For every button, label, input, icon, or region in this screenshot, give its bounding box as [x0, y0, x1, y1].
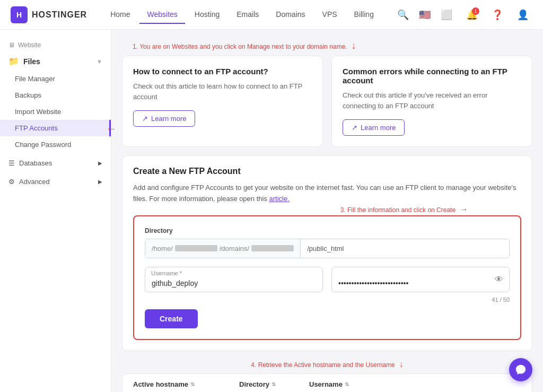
info-cards-row: How to connect to an FTP account? Check …: [122, 56, 532, 147]
password-input[interactable]: [331, 267, 510, 292]
ftp-connect-card: How to connect to an FTP account? Check …: [122, 56, 323, 147]
sidebar-advanced-section: ⚙ Advanced ▶: [0, 173, 111, 190]
article-link[interactable]: article.: [269, 195, 290, 203]
chat-icon: [515, 364, 527, 376]
databases-icon: ☰: [8, 159, 15, 167]
chevron-right-icon-adv: ▶: [98, 179, 102, 185]
logo-icon: H: [11, 6, 28, 23]
step1-annotation: 1. You are on Websites and you click on …: [133, 40, 532, 51]
sidebar-advanced-header[interactable]: ⚙ Advanced ▶: [0, 173, 111, 190]
logo: H HOSTINGER: [11, 6, 87, 23]
form-annotation-wrapper: 3. Fill the information and click on Cre…: [133, 215, 521, 340]
password-group: Password * 👁: [331, 267, 510, 292]
top-navigation: H HOSTINGER Home Websites Hosting Emails…: [0, 0, 543, 30]
sidebar-files-label: Files: [23, 57, 40, 66]
ftp-accounts-table: Active hostname ⇅ Directory ⇅ Username ⇅: [122, 373, 532, 392]
sidebar-backups[interactable]: Backups: [0, 87, 111, 103]
page-layout: 🖥 Website 📁 Files ▼ File Manager Backups…: [0, 30, 543, 392]
sort-directory-icon[interactable]: ⇅: [272, 381, 276, 387]
search-button[interactable]: 🔍: [393, 5, 413, 24]
dir-redacted-2: [251, 245, 294, 251]
table-header: Active hostname ⇅ Directory ⇅ Username ⇅: [122, 374, 532, 392]
th-actions: [415, 380, 521, 388]
sidebar-change-password[interactable]: Change Password: [0, 136, 111, 153]
th-username: Username ⇅: [309, 380, 415, 388]
create-ftp-title: Create a New FTP Account: [133, 167, 521, 176]
website-icon: 🖥: [8, 41, 15, 49]
directory-label: Directory: [145, 227, 510, 234]
chevron-down-icon: ▼: [97, 58, 102, 65]
ftp-errors-btn-label: Learn more: [361, 124, 396, 132]
sort-username-icon[interactable]: ⇅: [345, 381, 349, 387]
th-directory: Directory ⇅: [239, 380, 309, 388]
ftp-errors-learn-more[interactable]: ↗ Learn more: [343, 119, 405, 136]
nav-emails[interactable]: Emails: [229, 6, 266, 24]
dir-prefix: /home/ /domains/: [145, 239, 301, 258]
language-flag[interactable]: 🇺🇸: [419, 9, 431, 21]
th-hostname: Active hostname ⇅: [133, 380, 239, 388]
ftp-connect-title: How to connect to an FTP account?: [133, 67, 312, 76]
chat-bubble[interactable]: [509, 358, 532, 381]
external-link-icon2: ↗: [352, 124, 357, 132]
nav-websites[interactable]: Websites: [139, 6, 185, 24]
step4-annotation: 4. Retrieve the Active hostname and the …: [122, 360, 532, 369]
ftp-errors-title: Common errors while connecting to an FTP…: [343, 67, 521, 85]
sort-hostname-icon[interactable]: ⇅: [190, 381, 195, 387]
ftp-connect-learn-more[interactable]: ↗ Learn more: [133, 110, 195, 127]
help-button[interactable]: ❓: [488, 5, 507, 24]
create-ftp-section: Create a New FTP Account Add and configu…: [122, 155, 532, 351]
step4-arrow-down: ↓: [399, 360, 404, 369]
sidebar-files-folder[interactable]: 📁 Files ▼: [0, 52, 111, 71]
sidebar-website-label: Website: [18, 41, 41, 49]
ftp-errors-card: Common errors while connecting to an FTP…: [331, 56, 532, 147]
sidebar: 🖥 Website 📁 Files ▼ File Manager Backups…: [0, 30, 111, 392]
step4-text: 4. Retrieve the Active hostname and the …: [251, 361, 395, 369]
logo-text: HOSTINGER: [32, 10, 87, 20]
nav-hosting[interactable]: Hosting: [187, 6, 227, 24]
sidebar-databases-header[interactable]: ☰ Databases ▶: [0, 155, 111, 171]
create-ftp-desc: Add and configure FTP Accounts to get yo…: [133, 182, 521, 205]
nav-billing[interactable]: Billing: [347, 6, 381, 24]
step1-arrow-down: ↓: [352, 40, 356, 51]
sidebar-file-manager[interactable]: File Manager: [0, 71, 111, 87]
directory-input-row: /home/ /domains/ /public_html: [145, 239, 510, 258]
sidebar-import-website[interactable]: Import Website: [0, 103, 111, 120]
sidebar-change-password-label: Change Password: [15, 141, 71, 149]
sidebar-databases-label: Databases: [19, 159, 52, 167]
sidebar-backups-label: Backups: [15, 91, 41, 99]
eye-icon[interactable]: 👁: [495, 275, 503, 284]
create-button[interactable]: Create: [145, 309, 198, 328]
notification-button[interactable]: 🔔 1: [462, 5, 481, 24]
window-button[interactable]: ⬜: [437, 5, 456, 24]
create-ftp-form: Directory /home/ /domains/ /public_html: [133, 215, 521, 340]
ftp-connect-desc: Check out this article to learn how to c…: [133, 81, 312, 102]
gear-icon: ⚙: [8, 178, 15, 186]
sidebar-advanced-label: Advanced: [19, 178, 50, 186]
step3-arrow: →: [460, 205, 468, 214]
folder-icon: 📁: [8, 56, 19, 66]
user-button[interactable]: 👤: [513, 5, 532, 24]
sidebar-ftp-accounts-label: FTP Accounts: [15, 124, 58, 132]
char-count: 41 / 50: [145, 297, 510, 303]
password-wrapper: 👁: [331, 267, 510, 292]
nav-right: 🔍 🇺🇸 ⬜ 🔔 1 ❓ 👤: [393, 5, 532, 24]
main-content: 1. You are on Websites and you click on …: [111, 30, 543, 392]
sidebar-databases-section: ☰ Databases ▶: [0, 155, 111, 171]
form-fields-row: Username * Password * 👁: [145, 267, 510, 292]
nav-home[interactable]: Home: [103, 6, 137, 24]
external-link-icon: ↗: [142, 115, 148, 123]
sidebar-files-section: 📁 Files ▼ File Manager Backups Import We…: [0, 52, 111, 153]
sidebar-import-website-label: Import Website: [15, 108, 61, 116]
nav-domains[interactable]: Domains: [268, 6, 312, 24]
username-label: Username *: [151, 270, 182, 276]
nav-links: Home Websites Hosting Emails Domains VPS…: [103, 6, 393, 24]
dir-redacted-1: [175, 245, 217, 251]
nav-vps[interactable]: VPS: [315, 6, 345, 24]
step1-text: 1. You are on Websites and you click on …: [133, 43, 347, 50]
notification-badge: 1: [472, 7, 479, 15]
ftp-connect-btn-label: Learn more: [151, 115, 186, 123]
sidebar-file-manager-label: File Manager: [15, 75, 55, 83]
dir-suffix: /public_html: [301, 239, 509, 258]
ftp-errors-desc: Check out this article if you've receive…: [343, 90, 521, 111]
sidebar-ftp-accounts[interactable]: FTP Accounts ←: [0, 120, 111, 136]
